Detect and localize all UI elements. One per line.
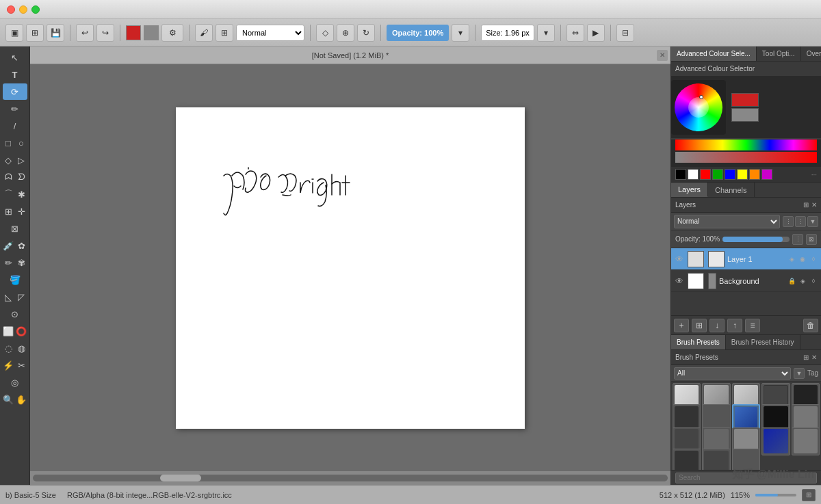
lasso-tool[interactable]: ◌ — [2, 340, 14, 356]
swatch-red[interactable] — [700, 169, 711, 180]
move-up-btn[interactable]: ↑ — [727, 319, 742, 332]
blend-mode-select[interactable]: NormalNormalDissolveMultiplyScreenOverla… — [236, 25, 304, 41]
close-button[interactable] — [7, 5, 15, 14]
maximize-button[interactable] — [31, 5, 40, 14]
layer-icon-d[interactable]: ◈ — [798, 276, 807, 286]
swatch-blue[interactable] — [725, 169, 735, 180]
view-btn[interactable]: ⊟ — [616, 24, 634, 42]
hue-strip[interactable] — [675, 140, 817, 150]
text-tool[interactable]: T — [3, 66, 27, 83]
smartpicker-tool[interactable]: ✿ — [15, 237, 27, 254]
move-down-btn[interactable]: ↓ — [709, 319, 725, 332]
layer-item-0[interactable]: 👁 Layer 1 ◈ ◉ ◊ — [671, 248, 821, 270]
tab-advanced-colour[interactable]: Advanced Colour Sele... — [671, 47, 757, 61]
layer-icon-b[interactable]: ◉ — [798, 254, 807, 264]
grid-btn[interactable]: ⊞ — [216, 24, 233, 42]
fuzzy-sel-tool[interactable]: ◎ — [3, 374, 27, 390]
swatch-white[interactable] — [688, 169, 699, 180]
angle-tool[interactable]: ◺ — [2, 289, 14, 305]
composite-btn[interactable]: ⊕ — [337, 24, 354, 42]
color-wheel-area[interactable] — [671, 77, 821, 138]
brush-item-16[interactable] — [702, 449, 730, 470]
move-tool[interactable]: ✛ — [15, 203, 27, 220]
undo-btn[interactable]: ↩ — [76, 24, 94, 42]
layer-filter-icon[interactable]: ▼ — [807, 216, 818, 227]
delete-layer-btn[interactable]: 🗑 — [803, 319, 818, 332]
swatch-yellow[interactable] — [737, 169, 748, 180]
pen-tool[interactable]: / — [9, 118, 21, 134]
pencil-tool[interactable]: ✏ — [2, 254, 14, 271]
refresh-btn[interactable]: ↻ — [357, 24, 375, 42]
brush-filter-select[interactable]: All — [674, 367, 791, 380]
brush-close-icon[interactable]: ✕ — [811, 354, 817, 361]
horizontal-scrollbar[interactable] — [30, 471, 670, 485]
color-wheel[interactable] — [675, 83, 722, 131]
layer-lock-icon[interactable]: 🔒 — [787, 276, 796, 286]
swatch-magenta[interactable] — [761, 169, 772, 180]
pan-tool[interactable]: ✋ — [15, 391, 27, 408]
smear-tool[interactable]: ✾ — [15, 254, 27, 271]
bezier-tool[interactable]: ᗣ — [2, 169, 14, 185]
layer-item-1[interactable]: 👁 Background 🔒 ◈ ◊ — [671, 270, 821, 292]
polylasso-tool[interactable]: ◍ — [15, 340, 27, 356]
layers-tab-channels[interactable]: Channels — [708, 183, 754, 197]
rect-tool[interactable]: □ — [2, 135, 14, 151]
rotate-tool[interactable]: ⟳ — [3, 83, 27, 100]
brush-search-input[interactable] — [675, 473, 817, 483]
scissors-tool[interactable]: ✂ — [15, 357, 27, 373]
magic-wand-tool[interactable]: ⚡ — [2, 357, 14, 373]
brush-settings-icon[interactable]: ⊞ — [803, 354, 809, 361]
curve-tool[interactable]: ⌒ — [2, 186, 14, 202]
merge-btn[interactable]: ≡ — [745, 319, 760, 332]
layer-visibility-0[interactable]: 👁 — [674, 254, 685, 265]
brush-item-13[interactable] — [761, 427, 790, 455]
swatch-green[interactable] — [712, 169, 723, 180]
mirror-v-btn[interactable]: ▶ — [587, 24, 605, 42]
opacity-slider[interactable] — [722, 237, 790, 242]
opacity-lock-icon[interactable]: ⊠ — [806, 234, 817, 245]
color-settings-btn[interactable]: ⚙ — [161, 24, 183, 42]
ellipse-sel-tool[interactable]: ⭕ — [15, 323, 27, 339]
brush-tool-btn[interactable]: 🖌 — [195, 24, 213, 42]
canvas-close-btn[interactable]: ✕ — [657, 50, 668, 61]
ellipse-tool[interactable]: ○ — [15, 135, 27, 151]
rect-sel-tool[interactable]: ⬜ — [2, 323, 14, 339]
background-color-swatch[interactable] — [144, 25, 159, 40]
line-tool[interactable]: ◸ — [15, 289, 27, 305]
save-btn[interactable]: 💾 — [47, 24, 64, 42]
canvas-viewport[interactable] — [30, 64, 670, 471]
brush-item-17[interactable] — [732, 449, 760, 470]
arrow-tool[interactable]: ▷ — [15, 152, 27, 168]
spiro-tool[interactable]: ᗤ — [15, 169, 27, 185]
zoom-slider[interactable] — [755, 494, 796, 496]
layer-option-1[interactable]: ⋮ — [783, 216, 794, 227]
scrollbar-thumb[interactable] — [160, 475, 201, 481]
eyedropper-tool[interactable]: 💉 — [2, 237, 14, 254]
current-color-display[interactable] — [731, 93, 759, 107]
pointer-tool[interactable]: ↖ — [3, 49, 27, 66]
layer-visibility-1[interactable]: 👁 — [674, 276, 685, 287]
zoom-tool[interactable]: 🔍 — [2, 391, 14, 408]
swatch-orange[interactable] — [749, 169, 760, 180]
clone-tool[interactable]: ⊙ — [3, 306, 27, 322]
size-settings-btn[interactable]: ▾ — [537, 24, 555, 42]
transform-tool[interactable]: ⊞ — [2, 203, 14, 220]
opacity-button[interactable]: Opacity: 100% — [387, 25, 449, 41]
background-color-display[interactable] — [731, 108, 759, 122]
brush-item-14[interactable] — [792, 427, 820, 455]
freehand-tool[interactable]: ✏ — [3, 101, 27, 117]
layers-blend-select[interactable]: Normal — [674, 215, 780, 228]
foreground-color-swatch[interactable] — [126, 25, 141, 40]
layer-icon-a[interactable]: ◈ — [787, 254, 796, 264]
brush-tab-presets[interactable]: Brush Presets — [671, 335, 726, 349]
layers-toggle-btn[interactable]: ⊞ — [26, 24, 44, 42]
canvas-white[interactable] — [176, 107, 525, 429]
fill-tool[interactable]: 🪣 — [3, 271, 27, 288]
scrollbar-track[interactable] — [33, 475, 668, 481]
layers-settings-icon[interactable]: ⊞ — [803, 201, 809, 209]
layer-option-2[interactable]: ⋮ — [795, 216, 806, 227]
selection-tool-btn[interactable]: ▣ — [5, 24, 23, 42]
add-layer-btn[interactable]: + — [674, 319, 689, 332]
minimize-button[interactable] — [19, 5, 27, 14]
crop-tool[interactable]: ⊠ — [3, 220, 27, 237]
